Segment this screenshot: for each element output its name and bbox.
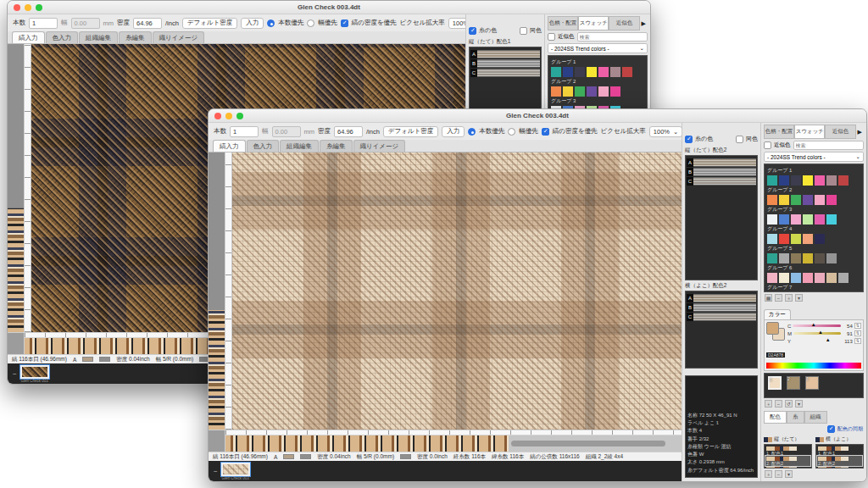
slider-track[interactable]: ▲ xyxy=(793,332,841,335)
color-swatch[interactable] xyxy=(551,67,561,77)
color-swatch[interactable] xyxy=(815,214,825,225)
pixel-zoom-select[interactable]: 100% ⌄ xyxy=(649,126,682,137)
stripe-density-checkbox[interactable] xyxy=(341,19,348,27)
panel-icon[interactable]: ▾ xyxy=(795,294,803,302)
mode-tab[interactable]: 組織編集 xyxy=(79,31,118,43)
titlebar[interactable]: Glen Check 003.4dt xyxy=(209,109,866,123)
warp-stripe-bar[interactable] xyxy=(209,152,225,430)
mode-tab[interactable]: 色入力 xyxy=(247,140,280,152)
count-field[interactable]: 1 xyxy=(29,18,58,29)
thread-color-checkbox[interactable] xyxy=(685,136,693,143)
thread-preview[interactable] xyxy=(477,50,540,58)
palette-item[interactable]: 2. 配色2 xyxy=(765,456,810,466)
slider-thumb-icon[interactable]: ▲ xyxy=(811,322,816,327)
color-swatch[interactable] xyxy=(815,253,825,263)
color-swatch[interactable] xyxy=(791,195,801,205)
search-input[interactable] xyxy=(793,141,865,150)
thread-row[interactable]: A xyxy=(470,50,540,58)
stepper-icon[interactable]: ⇅ xyxy=(854,338,861,344)
swatch-panel-tab[interactable]: スウォッチ xyxy=(794,125,825,139)
color-swatch[interactable] xyxy=(803,253,813,263)
swatch-panel-tab[interactable]: 近似色 xyxy=(609,16,639,30)
panel-icon[interactable]: − xyxy=(775,294,782,302)
color-swatch[interactable] xyxy=(803,234,813,244)
color-swatch[interactable] xyxy=(803,214,813,225)
color-swatch[interactable] xyxy=(791,234,801,244)
panel-icon[interactable]: − xyxy=(775,400,782,408)
color-swatch[interactable] xyxy=(767,214,777,225)
color-swatch[interactable] xyxy=(803,195,813,205)
color-swatch[interactable] xyxy=(598,86,609,97)
fabric-canvas[interactable] xyxy=(232,152,682,430)
scheme-color-chip[interactable]: 3 xyxy=(805,376,819,390)
slider-thumb-icon[interactable]: ▲ xyxy=(826,337,831,342)
count-priority-radio[interactable] xyxy=(267,19,275,27)
mode-tab[interactable]: 織りイメージ xyxy=(353,140,406,152)
pattern-thumbnail[interactable]: Glen Check 003 xyxy=(221,463,250,480)
mode-tab[interactable]: 組織編集 xyxy=(280,140,319,152)
color-slider[interactable]: Y ▲ 113 ⇅ xyxy=(787,337,861,345)
color-swatch[interactable] xyxy=(791,253,801,263)
same-color-checkbox[interactable] xyxy=(736,136,743,143)
color-swatch[interactable] xyxy=(815,273,825,283)
thread-color-checkbox[interactable] xyxy=(469,27,476,35)
trend-colors-select[interactable]: - 2024SS Trend colors - ⌄ xyxy=(764,152,864,162)
scrollbar-thumb[interactable] xyxy=(511,441,666,446)
thread-preview[interactable] xyxy=(693,313,756,321)
trend-colors-select[interactable]: - 2024SS Trend colors - ⌄ xyxy=(548,43,648,53)
color-swatch[interactable] xyxy=(610,67,620,77)
default-density-button[interactable]: デフォルト密度 xyxy=(182,18,237,29)
color-swatch[interactable] xyxy=(563,67,573,77)
color-swatch[interactable] xyxy=(803,273,813,283)
count-field[interactable]: 1 xyxy=(230,126,259,137)
color-swatch[interactable] xyxy=(779,253,789,263)
scheme-tab[interactable]: 組織 xyxy=(804,411,827,424)
search-input[interactable] xyxy=(577,32,648,42)
mode-tab[interactable]: 織りイメージ xyxy=(153,31,205,43)
color-swatch[interactable] xyxy=(598,67,609,77)
panel-overflow-icon[interactable]: ▶ xyxy=(640,20,648,27)
color-swatch[interactable] xyxy=(826,175,837,186)
weft-stripe-bar[interactable] xyxy=(225,435,509,452)
color-swatch[interactable] xyxy=(791,214,801,225)
thread-row[interactable]: A xyxy=(687,294,756,302)
color-swatch[interactable] xyxy=(826,214,837,225)
swatch-panel-tab[interactable]: 色柄・配置 xyxy=(548,16,578,30)
collapse-icon[interactable]: − xyxy=(214,468,218,475)
color-spectrum-bar[interactable] xyxy=(766,363,861,369)
slider-track[interactable]: ▲ xyxy=(793,324,840,327)
color-swatch[interactable] xyxy=(826,273,837,283)
horizontal-scrollbar[interactable] xyxy=(509,435,682,452)
stepper-icon[interactable]: ⇅ xyxy=(854,330,861,336)
color-swatch[interactable] xyxy=(767,273,777,283)
window-front[interactable]: Glen Check 003.4dt 本数 1 幅 0.00 mm 密度 64.… xyxy=(208,108,867,482)
panel-icon[interactable]: ▾ xyxy=(795,400,803,408)
same-color-checkbox[interactable] xyxy=(520,27,527,35)
panel-icon[interactable]: ＋ xyxy=(765,400,772,408)
thread-preview[interactable] xyxy=(693,168,756,176)
stripe-density-checkbox[interactable] xyxy=(542,128,549,136)
color-swatch[interactable] xyxy=(767,253,777,263)
color-swatch[interactable] xyxy=(838,175,849,186)
panel-icon[interactable]: − xyxy=(775,470,782,478)
thread-row[interactable]: C xyxy=(470,69,540,77)
color-swatch[interactable] xyxy=(815,175,825,186)
thread-preview[interactable] xyxy=(477,59,540,68)
color-swatch[interactable] xyxy=(779,175,789,186)
palette-item[interactable]: 2. 配色2 xyxy=(817,456,862,466)
panel-icon[interactable]: ▦ xyxy=(765,294,772,302)
color-swatch[interactable] xyxy=(779,234,789,244)
color-slider[interactable]: C ▲ 54 ⇅ xyxy=(787,322,861,330)
palette-item[interactable]: 1. 配色1 xyxy=(765,446,810,456)
panel-icon[interactable]: ＋ xyxy=(785,294,793,302)
swatch-panel-tab[interactable]: スウォッチ xyxy=(578,16,609,30)
thread-row[interactable]: C xyxy=(687,177,756,186)
stepper-icon[interactable]: ⇅ xyxy=(854,323,861,329)
color-swatch[interactable] xyxy=(779,214,789,225)
scheme-color-chip[interactable]: 2 xyxy=(787,376,800,390)
color-swatch[interactable] xyxy=(575,86,585,97)
swatch-panel-tab[interactable]: 色柄・配置 xyxy=(764,125,794,139)
thread-row[interactable]: C xyxy=(687,313,756,321)
density-field[interactable]: 64.96 xyxy=(334,126,363,137)
panel-icon[interactable]: ▾ xyxy=(785,470,793,478)
